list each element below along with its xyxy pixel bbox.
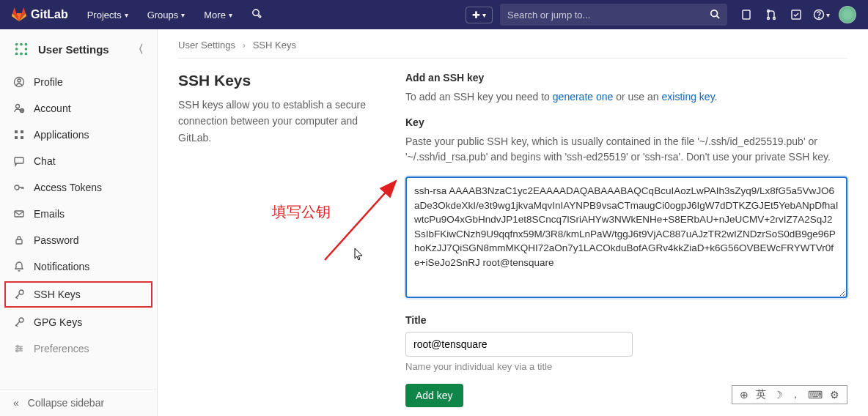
main-content: User Settings › SSH Keys SSH Keys SSH ke… bbox=[158, 29, 868, 416]
chevron-down-icon: ▾ bbox=[125, 11, 128, 19]
svg-point-14 bbox=[15, 53, 18, 56]
svg-point-26 bbox=[15, 185, 19, 190]
gear-icon: ⚙ bbox=[830, 389, 839, 401]
user-avatar[interactable] bbox=[839, 6, 856, 23]
top-navbar: GitLab Projects▾ Groups▾ More▾ ✚▾ ▾ bbox=[0, 0, 868, 29]
keyboard-icon: ⌨ bbox=[808, 389, 823, 401]
svg-point-9 bbox=[15, 43, 18, 46]
add-key-heading: Add an SSH key bbox=[405, 72, 847, 83]
nav-groups[interactable]: Groups▾ bbox=[140, 4, 193, 26]
nav-more[interactable]: More▾ bbox=[196, 4, 240, 26]
moon-icon: ☽ bbox=[773, 389, 783, 401]
page-desc: SSH keys allow you to establish a secure… bbox=[178, 97, 376, 146]
wrench-icon[interactable] bbox=[244, 3, 268, 26]
sidebar-item-ssh-keys[interactable]: SSH Keys bbox=[4, 281, 152, 308]
existing-link[interactable]: existing key bbox=[662, 91, 715, 103]
todos-icon[interactable] bbox=[784, 3, 808, 26]
breadcrumb-root[interactable]: User Settings bbox=[178, 40, 235, 51]
svg-line-1 bbox=[717, 15, 720, 18]
title-input[interactable] bbox=[405, 332, 633, 357]
global-search[interactable] bbox=[500, 4, 727, 26]
chevron-down-icon: ▾ bbox=[826, 11, 830, 19]
svg-point-10 bbox=[20, 43, 23, 46]
svg-point-32 bbox=[20, 348, 22, 350]
svg-rect-21 bbox=[15, 130, 18, 133]
ime-lang: 英 bbox=[756, 388, 766, 401]
svg-point-8 bbox=[818, 18, 819, 18]
nav-projects[interactable]: Projects▾ bbox=[80, 4, 136, 26]
svg-point-19 bbox=[16, 105, 20, 108]
search-input[interactable] bbox=[507, 10, 710, 21]
sidebar-item-profile[interactable]: Profile bbox=[0, 69, 157, 95]
settings-gear-icon bbox=[13, 41, 29, 57]
search-icon bbox=[710, 9, 720, 21]
generate-link[interactable]: generate one bbox=[553, 91, 614, 103]
ime-toolbar[interactable]: ⊕ 英 ☽ ， ⌨ ⚙ bbox=[732, 385, 847, 404]
key-icon bbox=[13, 316, 25, 328]
chat-icon bbox=[13, 155, 25, 167]
brand-label: GitLab bbox=[31, 8, 68, 21]
add-key-button[interactable]: Add key bbox=[405, 384, 463, 407]
chevron-down-icon: ▾ bbox=[482, 11, 486, 19]
account-icon bbox=[13, 103, 25, 114]
svg-rect-25 bbox=[15, 157, 23, 163]
breadcrumb: User Settings › SSH Keys bbox=[178, 38, 847, 59]
globe-icon: ⊕ bbox=[740, 389, 749, 401]
gitlab-logo[interactable]: GitLab bbox=[12, 7, 68, 22]
help-icon[interactable]: ▾ bbox=[809, 3, 833, 26]
sidebar-item-access-tokens[interactable]: Access Tokens bbox=[0, 174, 157, 201]
issues-icon[interactable] bbox=[735, 3, 758, 26]
sidebar-title: User Settings bbox=[38, 43, 109, 56]
title-label: Title bbox=[405, 314, 847, 326]
svg-point-16 bbox=[25, 53, 28, 56]
title-hint: Name your individual key via a title bbox=[405, 361, 847, 372]
chevron-down-icon: ▾ bbox=[229, 11, 232, 19]
sidebar-item-gpg-keys[interactable]: GPG Keys bbox=[0, 309, 157, 335]
sidebar-item-preferences[interactable]: Preferences bbox=[0, 335, 157, 362]
svg-point-11 bbox=[25, 43, 28, 46]
chevron-left-double-icon[interactable]: 〈 bbox=[133, 42, 144, 56]
add-key-text: To add an SSH key you need to generate o… bbox=[405, 89, 847, 105]
applications-icon bbox=[13, 129, 25, 141]
profile-icon bbox=[13, 76, 25, 88]
lock-icon bbox=[13, 234, 25, 246]
key-icon bbox=[13, 289, 25, 300]
svg-point-18 bbox=[18, 79, 21, 82]
token-icon bbox=[13, 182, 25, 193]
key-label: Key bbox=[405, 116, 847, 128]
sidebar-item-emails[interactable]: Emails bbox=[0, 201, 157, 227]
collapse-sidebar[interactable]: «Collapse sidebar bbox=[0, 389, 157, 416]
email-icon bbox=[13, 208, 25, 220]
preferences-icon bbox=[13, 343, 25, 354]
svg-rect-27 bbox=[15, 211, 23, 217]
sidebar-item-notifications[interactable]: Notifications bbox=[0, 253, 157, 280]
sidebar-item-applications[interactable]: Applications bbox=[0, 122, 157, 148]
svg-point-15 bbox=[20, 53, 23, 56]
ssh-key-textarea[interactable] bbox=[405, 177, 847, 298]
comma-icon: ， bbox=[790, 388, 801, 401]
sidebar-item-account[interactable]: Account bbox=[0, 95, 157, 122]
bell-icon bbox=[13, 261, 25, 272]
svg-rect-22 bbox=[21, 130, 23, 133]
svg-rect-28 bbox=[16, 239, 22, 244]
svg-point-31 bbox=[17, 346, 19, 348]
gitlab-icon bbox=[12, 7, 26, 22]
sidebar-item-chat[interactable]: Chat bbox=[0, 148, 157, 174]
new-dropdown[interactable]: ✚▾ bbox=[466, 7, 493, 23]
svg-rect-23 bbox=[15, 136, 18, 139]
sidebar-item-password[interactable]: Password bbox=[0, 227, 157, 253]
key-help: Paste your public SSH key, which is usua… bbox=[405, 134, 847, 165]
chevron-left-double-icon: « bbox=[13, 397, 19, 409]
breadcrumb-current: SSH Keys bbox=[253, 40, 296, 51]
svg-point-0 bbox=[711, 10, 718, 16]
chevron-down-icon: ▾ bbox=[181, 11, 185, 19]
chevron-right-icon: › bbox=[243, 40, 246, 51]
merge-requests-icon[interactable] bbox=[760, 3, 783, 26]
svg-point-13 bbox=[25, 48, 28, 51]
sidebar-header: User Settings 〈 bbox=[0, 29, 157, 69]
settings-sidebar: User Settings 〈 Profile Account Applicat… bbox=[0, 29, 158, 416]
svg-rect-2 bbox=[743, 10, 750, 19]
svg-rect-24 bbox=[21, 136, 23, 139]
svg-point-12 bbox=[15, 48, 18, 51]
svg-point-33 bbox=[16, 350, 18, 352]
